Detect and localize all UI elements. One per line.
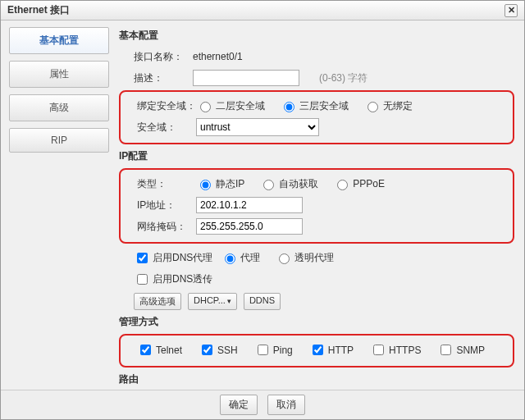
ip-addr-label: IP地址： xyxy=(122,199,196,212)
dialog-window: Ethernet 接口 ✕ 基本配置 属性 高级 RIP 基本配置 接口名称： … xyxy=(0,0,525,420)
dns-proxy-mode-transparent[interactable]: 透明代理 xyxy=(275,251,334,265)
highlight-ip: 类型： 静态IP 自动获取 PPPoE IP地址： 网络掩码： xyxy=(119,168,514,244)
mgmt-ssh[interactable]: SSH xyxy=(199,342,238,358)
description-hint: (0-63) 字符 xyxy=(319,71,368,85)
zone-bind-l2[interactable]: 二层安全域 xyxy=(196,99,265,113)
highlight-zone: 绑定安全域： 二层安全域 三层安全域 无绑定 安全域： untrust xyxy=(119,90,514,144)
window-title: Ethernet 接口 xyxy=(7,3,70,17)
interface-name-label: 接口名称： xyxy=(119,50,193,64)
dns-pass-checkbox[interactable]: 启用DNS透传 xyxy=(134,272,212,287)
dialog-footer: 确定 取消 xyxy=(1,390,524,419)
ddns-button[interactable]: DDNS xyxy=(244,293,281,310)
dialog-body: 基本配置 属性 高级 RIP 基本配置 接口名称： ethernet0/1 描述… xyxy=(1,21,524,390)
zone-bind-none[interactable]: 无绑定 xyxy=(363,99,413,113)
sidebar-item-rip[interactable]: RIP xyxy=(9,128,109,153)
sidebar-item-advanced[interactable]: 高级 xyxy=(9,94,109,121)
description-label: 描述： xyxy=(119,71,193,85)
section-ip-title: IP配置 xyxy=(119,149,514,163)
interface-name-value: ethernet0/1 xyxy=(193,51,243,62)
advanced-options-button[interactable]: 高级选项 xyxy=(134,293,181,310)
chevron-down-icon: ▾ xyxy=(227,297,231,305)
mgmt-http[interactable]: HTTP xyxy=(309,342,354,358)
netmask-label: 网络掩码： xyxy=(122,220,196,234)
zone-bind-label: 绑定安全域： xyxy=(122,99,196,113)
zone-label: 安全域： xyxy=(122,121,196,135)
section-route-title: 路由 xyxy=(119,372,514,386)
zone-select[interactable]: untrust xyxy=(196,118,319,136)
section-mgmt-title: 管理方式 xyxy=(119,315,514,329)
sidebar-item-properties[interactable]: 属性 xyxy=(9,61,109,88)
mgmt-https[interactable]: HTTPS xyxy=(370,342,421,358)
mgmt-ping[interactable]: Ping xyxy=(254,342,293,358)
ip-type-dhcp[interactable]: 自动获取 xyxy=(259,177,318,191)
ip-addr-input[interactable] xyxy=(196,197,303,213)
sidebar: 基本配置 属性 高级 RIP xyxy=(1,21,116,390)
close-icon[interactable]: ✕ xyxy=(504,4,518,17)
highlight-mgmt: Telnet SSH Ping HTTP HTTPS SNMP xyxy=(119,334,514,368)
main-panel: 基本配置 接口名称： ethernet0/1 描述： (0-63) 字符 绑定安… xyxy=(116,21,524,390)
sidebar-item-basic[interactable]: 基本配置 xyxy=(9,27,109,54)
mgmt-telnet[interactable]: Telnet xyxy=(137,342,182,358)
ip-type-static[interactable]: 静态IP xyxy=(196,177,244,191)
dns-proxy-mode-proxy[interactable]: 代理 xyxy=(221,251,260,265)
ip-type-label: 类型： xyxy=(122,177,196,191)
dns-proxy-checkbox[interactable]: 启用DNS代理 xyxy=(134,250,212,266)
section-basic-title: 基本配置 xyxy=(119,29,514,43)
cancel-button[interactable]: 取消 xyxy=(267,395,305,415)
ok-button[interactable]: 确定 xyxy=(220,395,258,415)
netmask-input[interactable] xyxy=(196,218,303,235)
description-input[interactable] xyxy=(193,70,299,86)
mgmt-snmp[interactable]: SNMP xyxy=(437,342,485,358)
dhcp-button[interactable]: DHCP...▾ xyxy=(188,293,237,310)
ip-type-pppoe[interactable]: PPPoE xyxy=(333,177,385,190)
titlebar: Ethernet 接口 ✕ xyxy=(1,1,524,21)
zone-bind-l3[interactable]: 三层安全域 xyxy=(280,99,349,113)
